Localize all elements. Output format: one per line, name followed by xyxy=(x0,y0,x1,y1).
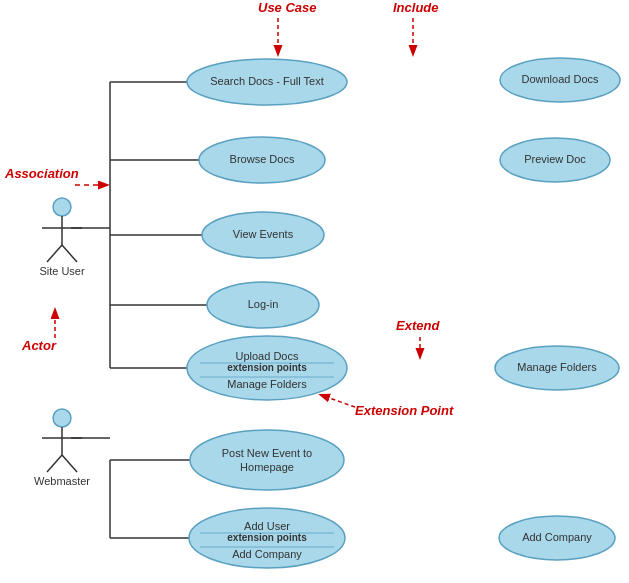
webmaster-head xyxy=(53,409,71,427)
post-event-text1: Post New Event to xyxy=(222,447,313,459)
webmaster-label: Webmaster xyxy=(34,475,90,487)
webmaster-left-leg xyxy=(47,455,62,472)
upload-docs-text2: extension points xyxy=(227,362,307,373)
extension-point-label: Extension Point xyxy=(355,403,454,418)
browse-docs-text: Browse Docs xyxy=(230,153,295,165)
add-user-text1: Add User xyxy=(244,520,290,532)
association-label: Association xyxy=(4,166,79,181)
add-user-text2: extension points xyxy=(227,532,307,543)
preview-doc-text: Preview Doc xyxy=(524,153,586,165)
add-user-text3: Add Company xyxy=(232,548,302,560)
login-text: Log-in xyxy=(248,298,279,310)
actor-label: Actor xyxy=(21,338,57,353)
site-user-left-leg xyxy=(47,245,62,262)
svg-line-5 xyxy=(321,395,355,407)
extend-label: Extend xyxy=(396,318,440,333)
upload-docs-text1: Upload Docs xyxy=(236,350,299,362)
use-case-label: Use Case xyxy=(258,0,317,15)
webmaster-right-leg xyxy=(62,455,77,472)
upload-docs-text3: Manage Folders xyxy=(227,378,307,390)
site-user-label: Site User xyxy=(39,265,85,277)
site-user-right-leg xyxy=(62,245,77,262)
add-company-text: Add Company xyxy=(522,531,592,543)
site-user-head xyxy=(53,198,71,216)
view-events-text: View Events xyxy=(233,228,294,240)
post-event-text2: Homepage xyxy=(240,461,294,473)
manage-folders-text: Manage Folders xyxy=(517,361,597,373)
include-label: Include xyxy=(393,0,439,15)
search-docs-text: Search Docs - Full Text xyxy=(210,75,324,87)
download-docs-text: Download Docs xyxy=(521,73,599,85)
